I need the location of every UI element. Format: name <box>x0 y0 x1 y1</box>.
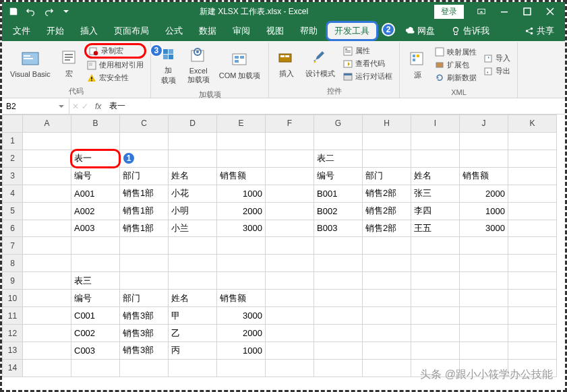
expansion-pack-button[interactable]: 扩展包 <box>432 59 479 71</box>
cell[interactable]: 乙 <box>169 325 217 342</box>
close-button[interactable] <box>539 4 561 19</box>
cell[interactable]: 销售1部 <box>120 220 169 237</box>
cell[interactable]: B001 <box>314 185 363 202</box>
accept-formula-icon[interactable]: ✓ <box>82 102 88 111</box>
col-header[interactable]: E <box>217 115 266 133</box>
excel-addins-button[interactable]: Excel 加载项 <box>183 44 214 88</box>
cell[interactable]: 销售额 <box>460 167 508 185</box>
refresh-data-button[interactable]: 刷新数据 <box>432 71 479 84</box>
col-header[interactable]: C <box>120 115 169 133</box>
cell[interactable]: 3000 <box>217 307 266 325</box>
cell[interactable]: 销售2部 <box>363 202 411 220</box>
cell[interactable]: 销售3部 <box>120 307 169 325</box>
cell[interactable]: 部门 <box>363 167 411 185</box>
cell[interactable]: B003 <box>314 220 363 237</box>
worksheet-grid[interactable]: A B C D E F G H I J K 1 2 表一 1 表二 3 编号部门… <box>2 115 565 377</box>
xml-source-button[interactable]: 源 <box>404 47 431 83</box>
cell[interactable]: 销售3部 <box>120 325 169 342</box>
tab-home[interactable]: 开始 <box>38 21 72 41</box>
cell[interactable]: 2000 <box>217 325 266 342</box>
col-header[interactable]: J <box>460 115 508 133</box>
row-header[interactable]: 10 <box>3 290 23 307</box>
name-box[interactable]: B2 <box>2 98 69 114</box>
col-header[interactable]: H <box>363 115 411 133</box>
cell[interactable]: 编号 <box>71 167 120 185</box>
cell[interactable]: 销售1部 <box>120 185 169 202</box>
tab-formula[interactable]: 公式 <box>157 21 191 41</box>
insert-control-button[interactable]: 插入 <box>273 46 300 81</box>
col-header[interactable]: D <box>169 115 217 133</box>
undo-button[interactable] <box>24 4 38 19</box>
col-header[interactable]: I <box>411 115 460 133</box>
cell[interactable]: 姓名 <box>411 167 460 185</box>
cell[interactable]: 表二 <box>314 150 363 167</box>
col-header[interactable]: K <box>508 115 557 133</box>
cell[interactable]: 销售1部 <box>120 202 169 220</box>
cell[interactable]: A003 <box>71 220 120 237</box>
row-header[interactable]: 8 <box>3 255 23 272</box>
com-addins-button[interactable]: COM 加载项 <box>215 48 265 84</box>
cell[interactable]: A002 <box>71 202 120 220</box>
tellme-button[interactable]: 告诉我 <box>443 21 498 41</box>
cell[interactable]: 甲 <box>169 307 217 325</box>
cell[interactable]: 李四 <box>411 202 460 220</box>
cell[interactable]: 1000 <box>460 202 508 220</box>
cell[interactable]: 张三 <box>411 185 460 202</box>
share-button[interactable]: 共享 <box>516 21 562 41</box>
cell[interactable]: 姓名 <box>169 167 217 185</box>
tab-netdisk[interactable]: 网盘 <box>397 21 443 41</box>
tab-review[interactable]: 审阅 <box>225 21 258 41</box>
minimize-button[interactable] <box>494 4 515 19</box>
properties-button[interactable]: 属性 <box>340 44 395 57</box>
cell[interactable]: 3000 <box>460 220 508 237</box>
col-header[interactable]: F <box>266 115 314 133</box>
row-header[interactable]: 3 <box>3 167 23 185</box>
row-header[interactable]: 13 <box>3 341 23 359</box>
cell[interactable]: 编号 <box>314 167 363 185</box>
tab-developer[interactable]: 开发工具 2 <box>326 21 378 41</box>
cell[interactable]: 丙 <box>169 341 217 359</box>
tab-view[interactable]: 视图 <box>258 21 292 41</box>
cell[interactable]: 表三 <box>71 272 120 290</box>
cell[interactable]: 编号 <box>71 290 120 307</box>
cancel-formula-icon[interactable]: ✕ <box>72 102 79 111</box>
cell[interactable]: 王五 <box>411 220 460 237</box>
col-header[interactable]: G <box>314 115 363 133</box>
import-button[interactable]: 导入 <box>481 52 513 65</box>
tab-data[interactable]: 数据 <box>191 21 225 41</box>
row-header[interactable]: 2 <box>3 150 23 167</box>
tab-help[interactable]: 帮助 <box>292 21 326 41</box>
map-properties-button[interactable]: 映射属性 <box>432 46 479 59</box>
cell[interactable]: 2000 <box>217 202 266 220</box>
use-relative-ref-button[interactable]: 使用相对引用 <box>84 59 146 71</box>
cell[interactable]: B002 <box>314 202 363 220</box>
export-button[interactable]: 导出 <box>481 65 513 77</box>
cell[interactable]: C002 <box>71 325 120 342</box>
ribbon-options-button[interactable] <box>471 4 492 19</box>
tab-file[interactable]: 文件 <box>5 21 38 41</box>
macro-security-button[interactable]: 宏安全性 <box>84 71 146 84</box>
cell[interactable]: 2000 <box>460 185 508 202</box>
record-macro-button[interactable]: 录制宏 3 <box>84 43 146 59</box>
visual-basic-button[interactable]: Visual Basic <box>6 47 55 81</box>
row-header[interactable]: 14 <box>3 359 23 377</box>
cell-B2-selected[interactable]: 表一 1 <box>71 150 120 167</box>
cell[interactable]: 1000 <box>217 341 266 359</box>
row-header[interactable]: 12 <box>3 325 23 342</box>
cell[interactable]: 销售2部 <box>363 220 411 237</box>
qat-customize-icon[interactable] <box>59 4 73 19</box>
row-header[interactable]: 1 <box>3 132 23 150</box>
macros-button[interactable]: 宏 <box>56 46 83 81</box>
login-button[interactable]: 登录 <box>434 5 464 19</box>
row-header[interactable]: 9 <box>3 272 23 290</box>
row-header[interactable]: 6 <box>3 220 23 237</box>
cell[interactable]: 销售额 <box>217 290 266 307</box>
col-header[interactable]: A <box>23 115 71 133</box>
fx-icon[interactable]: fx <box>91 102 105 111</box>
cell[interactable]: A001 <box>71 185 120 202</box>
row-header[interactable]: 7 <box>3 237 23 255</box>
cell[interactable]: 小兰 <box>169 220 217 237</box>
run-dialog-button[interactable]: 运行对话框 <box>340 70 395 83</box>
cell[interactable]: 1000 <box>217 185 266 202</box>
cell[interactable]: 姓名 <box>169 290 217 307</box>
